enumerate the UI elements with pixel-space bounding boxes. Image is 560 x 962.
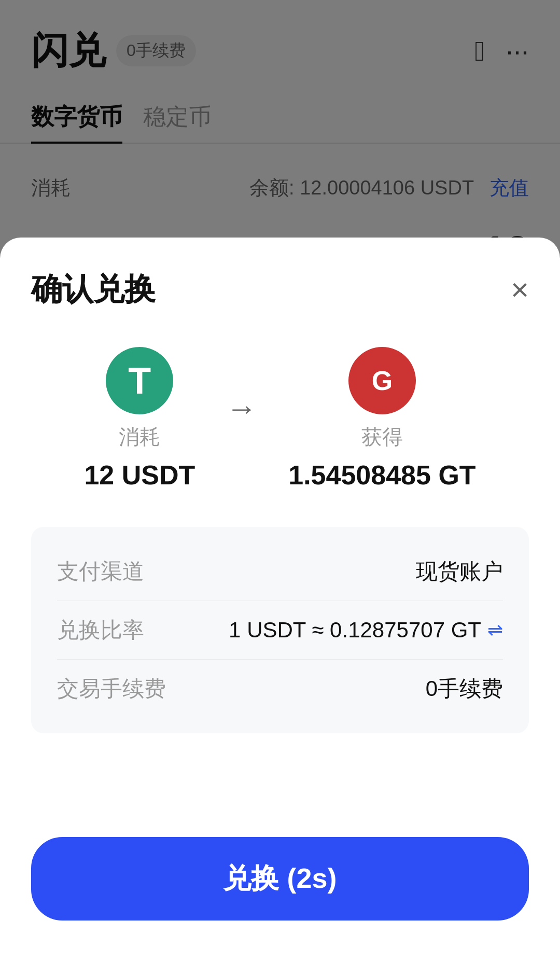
transaction-fee-key: 交易手续费	[57, 674, 166, 703]
modal-title: 确认兑换	[31, 269, 156, 311]
payment-channel-key: 支付渠道	[57, 557, 144, 586]
swap-rate-icon[interactable]: ⇌	[487, 619, 503, 641]
from-coin-amount: 12 USDT	[84, 459, 195, 491]
from-coin-icon: T	[106, 347, 173, 414]
transaction-fee-value: 0手续费	[426, 674, 503, 703]
swap-direction-arrow: →	[226, 391, 257, 426]
to-coin-icon: G	[348, 347, 416, 414]
swap-summary: T 消耗 12 USDT → G 获得 1.54508485 GT	[31, 347, 529, 491]
info-table: 支付渠道 现货账户 兑换比率 1 USDT ≈ 0.12875707 GT ⇌ …	[31, 527, 529, 733]
close-button[interactable]: ×	[511, 274, 529, 305]
to-coin-block: G 获得 1.54508485 GT	[288, 347, 475, 491]
payment-channel-value: 现货账户	[416, 557, 503, 586]
modal-overlay: 确认兑换 × T 消耗 12 USDT → G 获得 1.54508485 GT	[0, 0, 560, 962]
from-coin-block: T 消耗 12 USDT	[84, 347, 195, 491]
to-coin-amount: 1.54508485 GT	[288, 459, 475, 491]
info-row-exchange-rate: 兑换比率 1 USDT ≈ 0.12875707 GT ⇌	[57, 601, 503, 659]
info-row-transaction-fee: 交易手续费 0手续费	[57, 659, 503, 718]
info-row-payment-channel: 支付渠道 现货账户	[57, 542, 503, 601]
exchange-rate-value[interactable]: 1 USDT ≈ 0.12875707 GT ⇌	[229, 618, 503, 643]
exchange-rate-key: 兑换比率	[57, 616, 144, 645]
from-coin-label: 消耗	[119, 423, 160, 451]
to-coin-label: 获得	[361, 423, 403, 451]
confirm-modal: 确认兑换 × T 消耗 12 USDT → G 获得 1.54508485 GT	[0, 238, 560, 962]
confirm-swap-button[interactable]: 兑换 (2s)	[31, 837, 529, 921]
spacer	[31, 775, 529, 837]
modal-header: 确认兑换 ×	[31, 269, 529, 311]
